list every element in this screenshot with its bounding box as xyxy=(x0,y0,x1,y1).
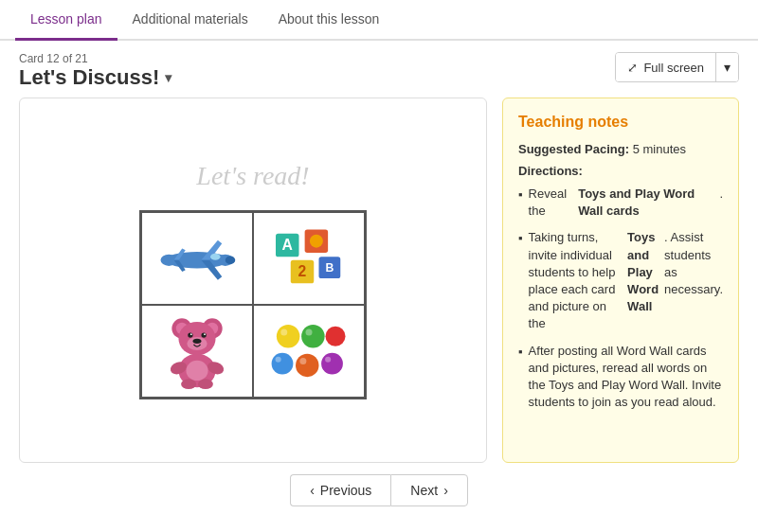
navigation-row: ‹ Previous Next › xyxy=(19,463,739,514)
directions-label: Directions: xyxy=(518,164,723,178)
fullscreen-icon: ⤢ xyxy=(627,61,638,75)
teaching-notes-panel: Teaching notes Suggested Pacing: 5 minut… xyxy=(502,98,739,463)
bullet-item-2: Taking turns, invite individual students… xyxy=(518,229,723,332)
teaching-notes-title: Teaching notes xyxy=(518,114,723,131)
svg-text:A: A xyxy=(282,237,293,253)
fullscreen-label: Full screen xyxy=(643,61,704,75)
airplane-cell xyxy=(141,212,253,305)
bullet-list: Reveal the Toys and Play Word Wall cards… xyxy=(518,186,723,411)
svg-point-31 xyxy=(301,325,325,348)
svg-point-29 xyxy=(186,361,208,381)
svg-point-35 xyxy=(321,353,343,375)
next-label: Next xyxy=(410,483,438,498)
svg-point-21 xyxy=(190,333,192,335)
fullscreen-button[interactable]: ⤢ Full screen ▾ xyxy=(615,52,739,82)
svg-point-38 xyxy=(276,357,281,363)
svg-point-30 xyxy=(277,325,300,348)
pacing-value: 5 minutes xyxy=(633,142,686,156)
pacing-label: Suggested Pacing: xyxy=(518,142,629,156)
card-info-row: Card 12 of 21 Let's Discuss! ▾ ⤢ Full sc… xyxy=(19,52,739,90)
balls-cell xyxy=(253,305,365,398)
svg-point-34 xyxy=(296,354,319,378)
next-button[interactable]: Next › xyxy=(390,474,467,506)
previous-label: Previous xyxy=(320,483,371,498)
image-grid: A 2 B xyxy=(139,210,367,399)
svg-point-40 xyxy=(325,357,331,363)
dropdown-chevron-icon: ▾ xyxy=(724,60,731,75)
svg-point-3 xyxy=(226,256,236,264)
card-heading: Let's read! xyxy=(196,161,309,191)
svg-point-33 xyxy=(272,353,294,375)
card-left: Card 12 of 21 Let's Discuss! ▾ xyxy=(19,52,171,90)
bear-cell xyxy=(141,305,253,398)
svg-point-36 xyxy=(280,328,287,335)
svg-point-19 xyxy=(188,332,192,337)
balls-icon xyxy=(266,318,352,384)
tab-about-this-lesson[interactable]: About this lesson xyxy=(263,0,395,41)
tabs-bar: Lesson plan Additional materials About t… xyxy=(0,0,758,41)
svg-point-37 xyxy=(306,328,313,335)
svg-point-39 xyxy=(299,358,306,364)
svg-point-4 xyxy=(210,254,221,260)
card-title-text: Let's Discuss! xyxy=(19,65,159,90)
svg-point-32 xyxy=(326,327,346,346)
card-count: Card 12 of 21 xyxy=(19,52,171,65)
prev-arrow-icon: ‹ xyxy=(310,483,315,498)
card-display: Let's read! xyxy=(19,98,487,463)
content-area: Card 12 of 21 Let's Discuss! ▾ ⤢ Full sc… xyxy=(0,41,758,525)
tab-additional-materials[interactable]: Additional materials xyxy=(117,0,263,41)
airplane-icon xyxy=(154,225,240,292)
next-arrow-icon: › xyxy=(443,483,448,498)
svg-point-28 xyxy=(198,379,213,389)
previous-button[interactable]: ‹ Previous xyxy=(290,474,390,506)
fullscreen-main[interactable]: ⤢ Full screen xyxy=(616,53,716,81)
tab-lesson-plan[interactable]: Lesson plan xyxy=(15,0,117,41)
blocks-icon: A 2 B xyxy=(266,225,352,292)
svg-point-8 xyxy=(310,235,323,248)
svg-point-27 xyxy=(181,379,196,389)
svg-text:B: B xyxy=(325,261,334,275)
pacing: Suggested Pacing: 5 minutes xyxy=(518,142,723,156)
chevron-down-icon[interactable]: ▾ xyxy=(165,70,171,85)
svg-text:2: 2 xyxy=(298,263,307,279)
card-title: Let's Discuss! ▾ xyxy=(19,65,171,90)
bear-icon xyxy=(159,313,235,389)
svg-point-22 xyxy=(204,333,206,335)
panels: Let's read! xyxy=(19,98,739,463)
bullet-item-3: After posting all Word Wall cards and pi… xyxy=(518,343,723,412)
svg-point-20 xyxy=(201,332,206,337)
blocks-cell: A 2 B xyxy=(253,212,365,305)
bullet-item-1: Reveal the Toys and Play Word Wall cards… xyxy=(518,186,723,220)
fullscreen-dropdown-arrow[interactable]: ▾ xyxy=(716,53,738,81)
svg-point-23 xyxy=(193,339,202,344)
